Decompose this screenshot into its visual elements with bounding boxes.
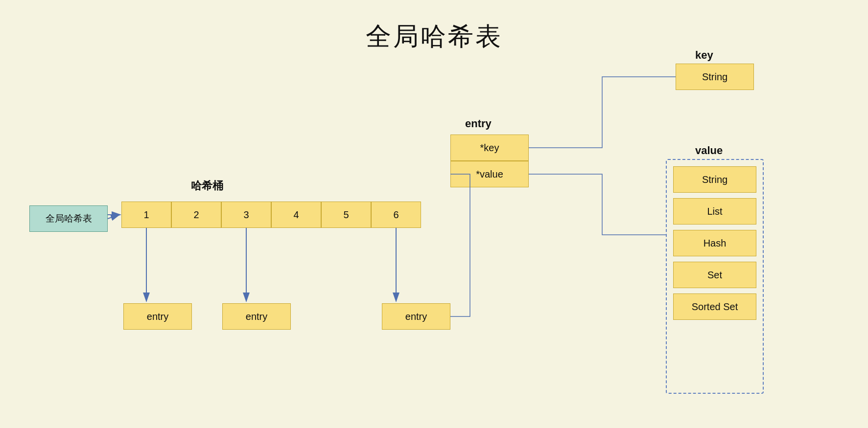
bucket-cell-3: 3 — [221, 202, 271, 228]
bucket-cell-4: 4 — [271, 202, 321, 228]
key-type-string: String — [676, 64, 754, 90]
entry-value-field: *value — [450, 161, 529, 187]
hash-bucket-label: 哈希桶 — [191, 179, 223, 193]
key-section-label: key — [695, 49, 713, 62]
entry-box-2: entry — [222, 303, 291, 330]
global-hashtable-label: 全局哈希表 — [29, 205, 108, 232]
value-type-string: String — [673, 166, 756, 193]
entry-detail-label: entry — [465, 117, 492, 130]
entry-box-3: entry — [382, 303, 450, 330]
value-section-label: value — [695, 144, 723, 157]
value-type-sorted-set: Sorted Set — [673, 293, 756, 320]
svg-line-1 — [108, 215, 119, 219]
entry-key-field: *key — [450, 135, 529, 161]
value-type-list: List — [673, 198, 756, 225]
value-type-hash: Hash — [673, 230, 756, 256]
value-type-set: Set — [673, 262, 756, 288]
bucket-cell-1: 1 — [121, 202, 171, 228]
entry-box-1: entry — [123, 303, 192, 330]
bucket-cell-5: 5 — [321, 202, 371, 228]
bucket-cell-6: 6 — [371, 202, 421, 228]
bucket-cell-2: 2 — [171, 202, 221, 228]
page-title: 全局哈希表 — [0, 0, 868, 54]
